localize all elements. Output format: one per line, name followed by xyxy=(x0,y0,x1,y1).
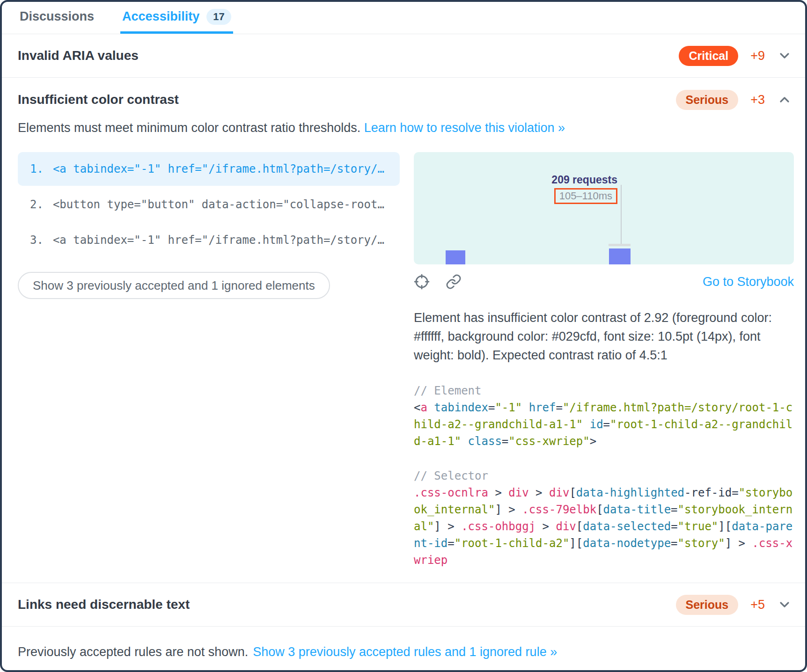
severity-badge-serious: Serious xyxy=(676,595,739,615)
rule-title: Links need discernable text xyxy=(18,597,190,612)
learn-how-link[interactable]: Learn how to resolve this violation » xyxy=(364,121,565,135)
tab-discussions-label: Discussions xyxy=(20,9,94,24)
tab-bar: Discussions Accessibility 17 xyxy=(2,2,805,34)
violation-highlight-box: 105–110ms xyxy=(554,188,617,204)
code-comment: // Selector xyxy=(414,469,488,482)
detail-column: 209 requests 105–110ms xyxy=(414,152,794,569)
element-item-number: 1. xyxy=(30,162,44,175)
accessibility-panel: Discussions Accessibility 17 Invalid ARI… xyxy=(0,0,807,672)
rule-meta: Critical +9 xyxy=(679,46,792,66)
chevron-down-icon[interactable] xyxy=(777,597,792,612)
elements-column: 1.<a tabindex="-1" href="/iframe.html?pa… xyxy=(18,152,400,569)
chevron-down-icon[interactable] xyxy=(777,48,792,63)
locate-element-icon[interactable] xyxy=(414,274,430,290)
element-item[interactable]: 3.<a tabindex="-1" href="/iframe.html?pa… xyxy=(18,223,400,257)
chart-bar xyxy=(446,250,465,264)
rule-row-color-contrast[interactable]: Insufficient color contrast Serious +3 xyxy=(18,90,792,110)
rule-row-discernable-text[interactable]: Links need discernable text Serious +5 xyxy=(2,583,805,627)
rule-section-color-contrast: Insufficient color contrast Serious +3 E… xyxy=(2,78,805,583)
chevron-up-icon[interactable] xyxy=(777,92,792,107)
footer-text: Previously accepted rules are not shown. xyxy=(18,645,248,659)
selector-code: .css-ocnlra > div > div[data-highlighted… xyxy=(414,486,792,567)
footer: Previously accepted rules are not shown.… xyxy=(2,634,805,670)
snapshot-preview: 209 requests 105–110ms xyxy=(414,152,794,264)
element-code: <a tabindex="-1" href="/iframe.html?path… xyxy=(414,401,792,448)
chart-bar xyxy=(609,248,631,264)
rule-detail-columns: 1.<a tabindex="-1" href="/iframe.html?pa… xyxy=(18,152,792,569)
overflow-count: +3 xyxy=(750,93,765,107)
go-to-storybook-link[interactable]: Go to Storybook xyxy=(703,275,794,289)
tab-accessibility-label: Accessibility xyxy=(122,9,199,24)
rule-meta: Serious +3 xyxy=(676,90,792,110)
element-item[interactable]: 2.<button type="button" data-action="col… xyxy=(18,188,400,221)
show-accepted-rules-link[interactable]: Show 3 previously accepted rules and 1 i… xyxy=(253,645,557,659)
overflow-count: +9 xyxy=(750,49,765,63)
requests-label: 209 requests xyxy=(551,174,617,186)
element-item-code: <a tabindex="-1" href="/iframe.html?path… xyxy=(53,234,384,247)
code-comment: // Element xyxy=(414,384,482,397)
snapshot-actions: Go to Storybook xyxy=(414,274,794,290)
rule-meta: Serious +5 xyxy=(676,595,792,615)
selector-code-block: // Selector .css-ocnlra > div > div[data… xyxy=(414,467,794,569)
element-item-code: <button type="button" data-action="colla… xyxy=(53,198,384,211)
rule-title: Insufficient color contrast xyxy=(18,92,179,107)
rule-row-invalid-aria[interactable]: Invalid ARIA values Critical +9 xyxy=(2,34,805,78)
rule-description: Elements must meet minimum color contras… xyxy=(18,121,792,135)
severity-badge-critical: Critical xyxy=(679,46,738,66)
bar-cap xyxy=(609,244,631,246)
tooltip-pointer-line xyxy=(621,185,622,244)
show-accepted-elements-button[interactable]: Show 3 previously accepted and 1 ignored… xyxy=(18,272,330,299)
tab-accessibility[interactable]: Accessibility 17 xyxy=(120,2,233,34)
rule-title: Invalid ARIA values xyxy=(18,48,139,63)
rule-description-text: Elements must meet minimum color contras… xyxy=(18,121,364,135)
severity-badge-serious: Serious xyxy=(676,90,739,110)
copy-link-icon[interactable] xyxy=(446,274,462,290)
accessibility-count-badge: 17 xyxy=(206,9,231,25)
element-item[interactable]: 1.<a tabindex="-1" href="/iframe.html?pa… xyxy=(18,152,400,186)
element-code-block: // Element <a tabindex="-1" href="/ifram… xyxy=(414,382,794,450)
element-item-number: 3. xyxy=(30,234,44,247)
snapshot-labels: 209 requests 105–110ms xyxy=(551,174,617,204)
element-item-code: <a tabindex="-1" href="/iframe.html?path… xyxy=(53,162,384,175)
element-item-number: 2. xyxy=(30,198,44,211)
elements-list: 1.<a tabindex="-1" href="/iframe.html?pa… xyxy=(18,152,400,257)
overflow-count: +5 xyxy=(750,598,765,612)
violation-detail-text: Element has insufficient color contrast … xyxy=(414,308,794,365)
tab-discussions[interactable]: Discussions xyxy=(18,2,96,34)
